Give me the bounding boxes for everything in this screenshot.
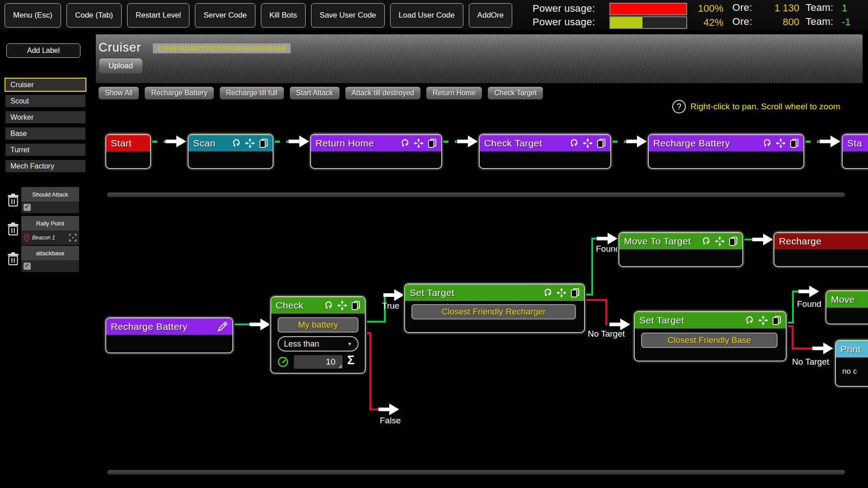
save-user-code-button[interactable]: Save User Code — [311, 3, 385, 28]
node-start[interactable]: Start — [105, 134, 151, 169]
pan-zoom-hint: Right-click to pan. Scroll wheel to zoom — [690, 102, 840, 112]
node-title: Recharge Battery — [111, 321, 213, 332]
loop-icon[interactable] — [745, 315, 754, 325]
sigma-icon[interactable] — [347, 353, 354, 367]
load-user-code-button[interactable]: Load User Code — [390, 3, 463, 28]
move-icon[interactable] — [337, 300, 347, 310]
node-check[interactable]: Check My battery Less than 10 — [270, 296, 366, 374]
sidebar-item-turret[interactable]: Turret — [5, 144, 85, 156]
node-set-target-base[interactable]: Set Target Closest Friendly Base — [634, 311, 787, 361]
server-code-button[interactable]: Server Code — [195, 3, 255, 28]
canvas-scrollbar-top[interactable] — [107, 192, 845, 197]
edit-pencil-icon[interactable] — [217, 321, 228, 332]
copy-icon[interactable] — [597, 138, 606, 148]
loop-icon[interactable] — [400, 138, 410, 148]
menu-button[interactable]: Menu (Esc) — [5, 3, 61, 28]
add-ore-button[interactable]: AddOre — [469, 3, 513, 28]
help-icon[interactable] — [672, 100, 686, 113]
node-set-target-recharger[interactable]: Set Target Closest Friendly Recharger — [404, 283, 585, 333]
move-icon[interactable] — [715, 236, 725, 246]
sidebar-item-worker[interactable]: Worker — [5, 111, 85, 123]
loop-icon[interactable] — [543, 288, 552, 297]
target-param-button[interactable]: Closest Friendly Recharger — [411, 304, 576, 319]
sidebar-item-cruiser[interactable]: Cruiser — [5, 78, 86, 92]
node-recharge-battery-top[interactable]: Recharge Battery — [648, 134, 804, 169]
node-start-attack-partial[interactable]: Sta — [842, 134, 868, 169]
canvas-scrollbar-bottom[interactable] — [107, 470, 845, 474]
loop-icon[interactable] — [231, 138, 241, 148]
copy-icon[interactable] — [772, 315, 781, 325]
variable-name: Should Attack — [21, 187, 79, 202]
branch-label-found: Found — [797, 299, 821, 309]
filter-attack-till-destroyed[interactable]: Attack till destroyed — [345, 87, 421, 99]
wire-green — [232, 324, 250, 325]
trash-icon[interactable] — [7, 252, 19, 267]
move-icon[interactable] — [557, 288, 566, 298]
kill-bots-button[interactable]: Kill Bots — [261, 3, 306, 28]
check-param-button[interactable]: My battery — [278, 317, 359, 333]
focus-target-icon[interactable] — [69, 234, 77, 242]
node-move-to-target[interactable]: Move To Target — [618, 232, 743, 267]
copy-icon[interactable] — [428, 138, 437, 148]
sidebar-item-mech-factory[interactable]: Mech Factory — [5, 160, 85, 172]
filter-recharge-battery[interactable]: Recharge Battery — [145, 87, 214, 99]
power-usage-label-2: Power usage: — [533, 16, 595, 28]
copy-icon[interactable] — [729, 236, 738, 246]
filter-return-home[interactable]: Return Home — [426, 87, 482, 99]
branch-label-true: True — [382, 301, 399, 311]
value-input[interactable]: 10 — [294, 355, 343, 369]
wire-red — [583, 299, 607, 301]
move-icon[interactable] — [414, 138, 424, 148]
move-icon[interactable] — [758, 315, 768, 325]
restart-level-button[interactable]: Restart Level — [127, 3, 189, 28]
copy-icon[interactable] — [790, 138, 799, 148]
copy-icon[interactable] — [571, 288, 580, 298]
checkbox-checked[interactable] — [24, 204, 31, 211]
node-title: Set Target — [410, 287, 539, 298]
filter-check-target[interactable]: Check Target — [488, 87, 543, 99]
node-title: Print — [840, 344, 868, 355]
node-recharge-battery-left[interactable]: Recharge Battery — [105, 317, 233, 353]
copy-icon[interactable] — [351, 300, 360, 310]
sidebar-item-base[interactable]: Base — [5, 127, 85, 140]
loop-icon[interactable] — [569, 138, 579, 148]
wire-red — [369, 332, 371, 410]
node-move-partial[interactable]: Move — [826, 290, 868, 324]
loop-icon[interactable] — [324, 300, 333, 310]
trash-icon[interactable] — [7, 222, 19, 238]
node-print-partial[interactable]: Print no c — [835, 340, 868, 387]
add-label-button[interactable]: Add Label — [6, 43, 80, 58]
filter-recharge-till-full[interactable]: Recharge till full — [220, 87, 284, 99]
node-title: Check Target — [484, 138, 565, 149]
node-scan[interactable]: Scan — [188, 134, 274, 169]
gauge-icon[interactable] — [277, 356, 289, 368]
flow-arrow — [457, 136, 478, 147]
filter-start-attack[interactable]: Start Attack — [290, 87, 340, 99]
variable-card-should-attack: Should Attack — [21, 187, 79, 213]
checkbox-checked[interactable] — [24, 263, 31, 270]
node-recharge-partial[interactable]: Recharge — [774, 232, 868, 267]
node-return-home[interactable]: Return Home — [310, 134, 442, 169]
trash-icon[interactable] — [7, 193, 19, 209]
wire-green — [591, 239, 593, 296]
wire-green — [150, 141, 165, 143]
loop-icon[interactable] — [762, 138, 772, 148]
node-title: Start — [111, 138, 146, 149]
flow-arrow — [165, 136, 186, 147]
beacon-value: Beacon 1 — [32, 235, 66, 241]
code-button[interactable]: Code (Tab) — [66, 3, 122, 28]
sidebar-item-scout[interactable]: Scout — [5, 95, 85, 107]
branch-label-no-target: No Target — [588, 329, 625, 339]
wire-green — [441, 141, 457, 143]
node-title: Check — [276, 300, 320, 311]
loop-icon[interactable] — [701, 236, 711, 246]
comparator-dropdown[interactable]: Less than — [278, 336, 359, 352]
upload-button[interactable]: Upload — [99, 58, 143, 74]
node-check-target[interactable]: Check Target — [479, 134, 611, 169]
copy-icon[interactable] — [259, 138, 268, 148]
move-icon[interactable] — [245, 138, 255, 148]
filter-show-all[interactable]: Show All — [99, 87, 139, 99]
move-icon[interactable] — [776, 138, 786, 148]
target-param-button[interactable]: Closest Friendly Base — [641, 333, 778, 348]
move-icon[interactable] — [583, 138, 593, 148]
